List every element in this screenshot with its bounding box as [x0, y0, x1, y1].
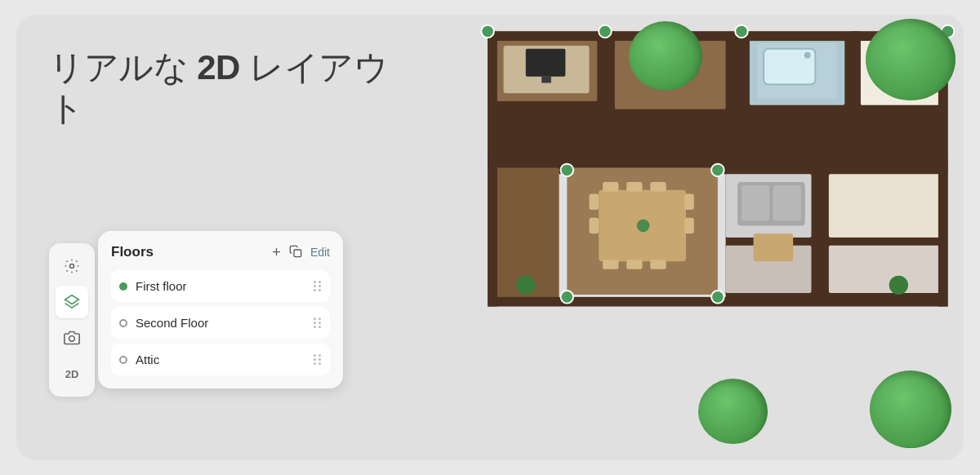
floor-inactive-indicator-second: [119, 319, 127, 327]
svg-rect-48: [526, 49, 566, 77]
svg-point-51: [711, 164, 724, 177]
svg-point-50: [561, 164, 574, 177]
svg-rect-13: [702, 158, 947, 168]
svg-rect-35: [684, 194, 694, 210]
svg-rect-9: [605, 31, 615, 174]
svg-rect-46: [754, 233, 794, 261]
floor-active-indicator: [119, 282, 127, 291]
svg-point-52: [711, 291, 724, 304]
svg-marker-1: [65, 295, 79, 304]
drag-handle-second: [314, 317, 322, 328]
svg-rect-19: [829, 174, 944, 238]
floors-panel: Floors + Edit First floor: [98, 231, 343, 388]
svg-rect-31: [626, 260, 642, 269]
settings-icon[interactable]: [56, 250, 88, 282]
svg-rect-21: [829, 246, 944, 293]
svg-rect-45: [773, 185, 801, 221]
svg-rect-44: [742, 185, 769, 221]
floors-header: Floors + Edit: [111, 244, 330, 260]
svg-rect-11: [851, 31, 861, 110]
edit-floors-button[interactable]: Edit: [310, 246, 330, 259]
svg-point-55: [599, 25, 612, 38]
title-part1: リアルな: [49, 48, 188, 87]
add-floor-button[interactable]: +: [272, 245, 281, 260]
svg-rect-34: [589, 218, 599, 233]
svg-rect-49: [541, 77, 551, 83]
floors-actions: + Edit: [272, 245, 330, 260]
floor-item-first[interactable]: First floor: [111, 270, 330, 302]
floor-name-attic: Attic: [136, 353, 314, 366]
svg-point-58: [516, 276, 535, 295]
tree-bottom-right: [870, 371, 951, 448]
svg-point-2: [69, 336, 75, 342]
title-bold: 2D: [197, 48, 240, 87]
svg-rect-36: [684, 218, 694, 233]
floors-title: Floors: [111, 244, 272, 260]
camera-icon[interactable]: [56, 322, 88, 354]
floor-name-first: First floor: [136, 279, 314, 293]
svg-point-56: [735, 25, 748, 38]
app-container: リアルな 2D レイアウト: [16, 15, 964, 460]
svg-rect-17: [819, 174, 827, 293]
svg-rect-28: [626, 182, 642, 192]
app-title: リアルな 2D レイアウト: [49, 47, 408, 130]
2d-mode-icon[interactable]: 2D: [56, 357, 88, 390]
right-panel: [408, 15, 964, 460]
svg-point-37: [637, 220, 650, 233]
tree-top-right: [866, 19, 956, 100]
svg-point-53: [561, 291, 574, 304]
tree-bottom-center: [698, 379, 768, 444]
svg-rect-10: [740, 31, 750, 110]
copy-floor-button[interactable]: [289, 245, 302, 260]
svg-rect-29: [650, 182, 666, 192]
tree-top-left: [629, 21, 702, 91]
layers-icon[interactable]: [56, 286, 88, 318]
svg-rect-30: [603, 260, 618, 269]
svg-point-40: [804, 52, 811, 59]
svg-rect-23: [488, 31, 497, 306]
floor-item-attic[interactable]: Attic: [111, 344, 330, 375]
svg-point-59: [889, 276, 908, 295]
drag-handle-first: [314, 281, 322, 291]
floor-item-second[interactable]: Second Floor: [111, 307, 330, 339]
drag-handle-attic: [314, 354, 322, 365]
floor-name-second: Second Floor: [136, 316, 314, 330]
svg-point-0: [70, 264, 74, 269]
svg-rect-32: [650, 260, 666, 269]
svg-point-54: [481, 25, 494, 38]
svg-rect-33: [589, 194, 599, 210]
svg-rect-12: [488, 158, 678, 168]
sidebar-icons: 2D: [49, 243, 95, 397]
svg-rect-3: [294, 250, 301, 257]
left-panel: リアルな 2D レイアウト: [16, 15, 408, 460]
svg-rect-27: [603, 182, 618, 192]
floor-inactive-indicator-attic: [119, 356, 127, 364]
